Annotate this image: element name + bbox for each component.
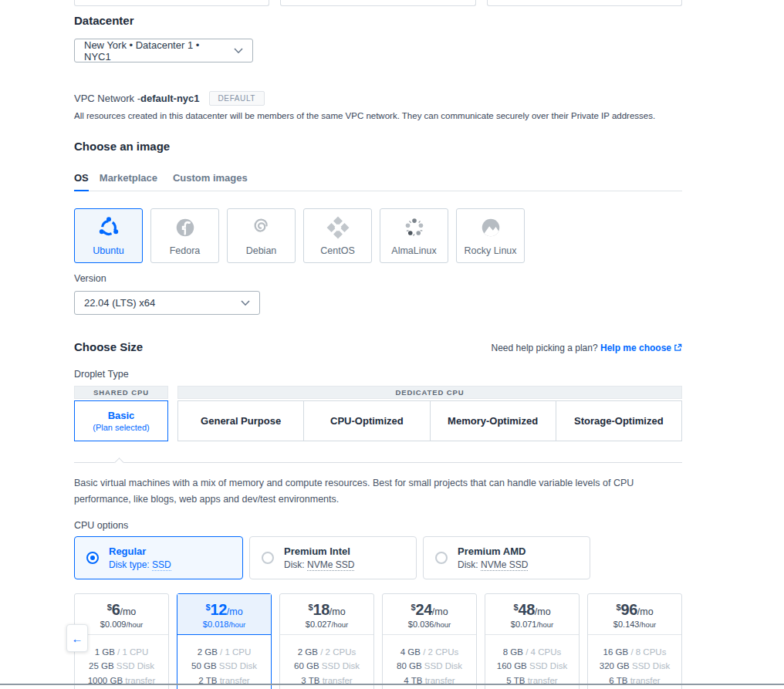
hourly-price: $0.143 xyxy=(613,620,640,629)
plan-specs: 16 GB / 8 CPUs 320 GB SSD Disk 6 TB tran… xyxy=(588,635,681,689)
disk-label-prefix: Disk: xyxy=(458,559,481,570)
monthly-price: 24 xyxy=(416,601,432,618)
hourly-price: $0.018 xyxy=(203,620,229,629)
plan-specs: 1 GB / 1 CPU 25 GB SSD Disk 1000 GB tran… xyxy=(75,635,168,689)
external-link-icon xyxy=(674,343,682,352)
vpc-network-label: VPC Network - xyxy=(74,93,140,104)
shared-cpu-group: SHARED CPU Basic (Plan selected) xyxy=(74,386,168,441)
os-options: Ubuntu Fedora Debian xyxy=(74,208,682,263)
type-tab-memory-optimized[interactable]: Memory-Optimized xyxy=(430,400,556,441)
rockylinux-logo-icon xyxy=(479,215,502,240)
cpu-option-premium-amd[interactable]: Premium AMD Disk: NVMe SSD xyxy=(423,536,590,579)
plan-card-6mo[interactable]: $6/mo $0.009/hour 1 GB / 1 CPU 25 GB SSD… xyxy=(74,593,169,689)
plan-help-text: Need help picking a plan? Help me choose xyxy=(492,343,682,353)
per-month: /mo xyxy=(120,606,136,617)
choose-size-header: Choose Size Need help picking a plan? He… xyxy=(74,340,682,353)
truncated-top-fields xyxy=(74,0,682,6)
disk: 60 GB xyxy=(294,661,319,670)
monthly-price: 18 xyxy=(313,601,329,618)
disk: 80 GB xyxy=(397,661,422,670)
plan-card-48mo[interactable]: $48/mo $0.071/hour 8 GB / 4 CPUs 160 GB … xyxy=(485,593,580,689)
per-hour: /hour xyxy=(640,620,657,629)
cpu-options-label: CPU options xyxy=(74,520,682,531)
divider-notch xyxy=(114,458,124,468)
disk-type-value: NVMe SSD xyxy=(481,559,528,571)
left-arrow-icon: ← xyxy=(72,632,83,645)
plan-specs: 4 GB / 2 CPUs 80 GB SSD Disk 4 TB transf… xyxy=(383,635,476,689)
disk-type-value: NVMe SSD xyxy=(307,559,354,571)
plan-card-96mo[interactable]: $96/mo $0.143/hour 16 GB / 8 CPUs 320 GB… xyxy=(587,593,682,689)
cpu-option-regular[interactable]: Regular Disk type: SSD xyxy=(74,536,243,579)
datacenter-selected-value: New York • Datacenter 1 • NYC1 xyxy=(84,39,228,62)
os-card-label: Debian xyxy=(246,245,277,256)
tab-os[interactable]: OS xyxy=(74,172,89,191)
os-card-fedora[interactable]: Fedora xyxy=(150,208,219,263)
vpc-network-row: VPC Network - default-nyc1 DEFAULT xyxy=(74,91,682,106)
os-card-ubuntu[interactable]: Ubuntu xyxy=(74,208,143,263)
ram: 4 GB xyxy=(400,647,421,657)
type-tab-general-purpose[interactable]: General Purpose xyxy=(177,400,304,441)
partial-field[interactable] xyxy=(280,0,475,6)
disk-label-prefix: Disk: xyxy=(284,559,307,570)
plan-card-24mo[interactable]: $24/mo $0.036/hour 4 GB / 2 CPUs 80 GB S… xyxy=(382,593,477,689)
ram: 2 GB xyxy=(298,647,318,657)
cpu-option-subtitle: Disk type: SSD xyxy=(109,559,171,570)
disk-label: SSD Disk xyxy=(117,661,154,670)
cpu-option-premium-intel[interactable]: Premium Intel Disk: NVMe SSD xyxy=(249,536,417,579)
centos-logo-icon xyxy=(326,215,350,240)
partial-field[interactable] xyxy=(487,0,682,6)
disk: 160 GB xyxy=(497,661,527,670)
disk-label: SSD Disk xyxy=(424,661,462,670)
cpus: / 8 CPUs xyxy=(630,647,666,657)
datacenter-heading: Datacenter xyxy=(74,14,682,27)
os-card-debian[interactable]: Debian xyxy=(227,208,296,263)
ram: 16 GB xyxy=(603,647,629,657)
type-tab-cpu-optimized[interactable]: CPU-Optimized xyxy=(303,400,430,441)
dedicated-cpu-header: DEDICATED CPU xyxy=(177,386,682,399)
choose-size-heading: Choose Size xyxy=(74,340,143,353)
hourly-price: $0.027 xyxy=(306,620,332,629)
disk-type-value: SSD xyxy=(152,559,171,571)
version-select[interactable]: 22.04 (LTS) x64 xyxy=(74,291,260,315)
help-me-choose-link[interactable]: Help me choose xyxy=(600,343,682,353)
vpc-description: All resources created in this datacenter… xyxy=(74,111,682,120)
radio-selected-icon[interactable] xyxy=(86,552,99,564)
almalinux-logo-icon xyxy=(403,215,426,240)
tab-label: CPU-Optimized xyxy=(330,415,404,427)
os-card-almalinux[interactable]: AlmaLinux xyxy=(380,208,448,263)
per-hour: /hour xyxy=(332,620,349,629)
type-tab-storage-optimized[interactable]: Storage-Optimized xyxy=(556,400,682,441)
os-card-centos[interactable]: CentOS xyxy=(303,208,372,263)
per-hour: /hour xyxy=(537,620,554,629)
shared-cpu-header: SHARED CPU xyxy=(74,386,168,399)
tab-label: General Purpose xyxy=(201,415,281,427)
carousel-prev-button[interactable]: ← xyxy=(66,624,88,652)
type-tab-basic[interactable]: Basic (Plan selected) xyxy=(74,400,168,441)
radio-icon[interactable] xyxy=(435,552,448,564)
tab-marketplace[interactable]: Marketplace xyxy=(100,172,157,191)
os-card-label: CentOS xyxy=(320,245,354,256)
os-card-label: AlmaLinux xyxy=(391,245,436,256)
plan-price: $24/mo $0.036/hour xyxy=(383,594,476,635)
section-divider xyxy=(74,462,682,463)
partial-field[interactable] xyxy=(74,0,269,6)
disk-label-prefix: Disk type: xyxy=(109,559,152,570)
droplet-type-tabs: SHARED CPU Basic (Plan selected) DEDICAT… xyxy=(74,386,682,441)
vpc-default-badge: DEFAULT xyxy=(209,91,265,106)
disk-label: SSD Disk xyxy=(632,661,670,670)
debian-logo-icon xyxy=(250,215,273,240)
dedicated-cpu-group: DEDICATED CPU General Purpose CPU-Optimi… xyxy=(177,386,682,441)
per-month: /mo xyxy=(535,606,551,617)
tab-custom-images[interactable]: Custom images xyxy=(173,172,248,191)
help-link-label: Help me choose xyxy=(600,343,671,353)
os-card-rockylinux[interactable]: Rocky Linux xyxy=(456,208,525,263)
cpus: / 4 CPUs xyxy=(525,647,561,657)
tab-label: Storage-Optimized xyxy=(574,415,664,427)
datacenter-select[interactable]: New York • Datacenter 1 • NYC1 xyxy=(74,39,253,62)
plan-selected-note: (Plan selected) xyxy=(93,423,149,432)
plan-card-18mo[interactable]: $18/mo $0.027/hour 2 GB / 2 CPUs 60 GB S… xyxy=(279,593,374,689)
version-label: Version xyxy=(74,273,682,284)
monthly-price: 6 xyxy=(112,601,120,618)
radio-icon[interactable] xyxy=(262,552,274,564)
plan-card-12mo-selected[interactable]: $12/mo $0.018/hour 2 GB / 1 CPU 50 GB SS… xyxy=(177,593,272,689)
